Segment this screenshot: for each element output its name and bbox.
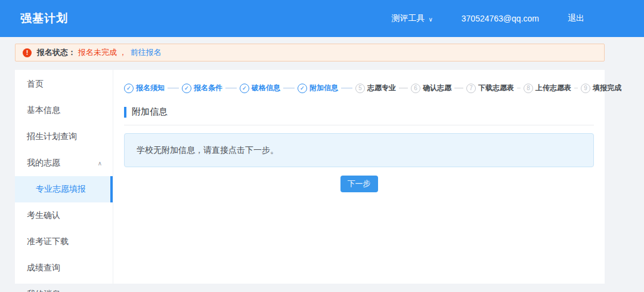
alert-label: 报名状态：	[37, 47, 76, 58]
sidebar-item-my-preferences[interactable]: 我的志愿 ∧	[15, 150, 113, 176]
step-filling-complete: 9 填报完成	[581, 83, 621, 93]
step-connector	[283, 88, 295, 88]
step-connector	[225, 88, 237, 88]
sidebar-item-enrollment-plan[interactable]: 招生计划查询	[15, 124, 113, 150]
section-title: 附加信息	[132, 106, 168, 118]
sidebar: 首页 基本信息 招生计划查询 我的志愿 ∧ 专业志愿填报 考生确认 准考证下载 …	[15, 70, 113, 284]
step-number: 8	[524, 84, 533, 93]
step-exception-info: ✓ 破格信息	[240, 83, 280, 93]
check-icon: ✓	[298, 84, 307, 93]
step-label: 报名须知	[136, 83, 165, 93]
alert-status-text: 报名未完成 ，	[78, 47, 127, 58]
sidebar-item-label: 准考证下载	[27, 236, 69, 247]
step-preference-major: 5 志愿专业	[355, 83, 396, 93]
check-icon: ✓	[124, 84, 134, 93]
step-label: 报名条件	[194, 83, 222, 93]
step-additional-info: ✓ 附加信息	[298, 83, 338, 93]
sidebar-item-label: 成绩查询	[27, 263, 60, 273]
step-label: 上传志愿表	[535, 83, 571, 93]
sidebar-item-label: 招生计划查询	[27, 131, 77, 142]
progress-stepper: ✓ 报名须知 ✓ 报名条件 ✓ 破格信息 ✓ 附加信息 5 志愿专业	[124, 83, 594, 93]
notice-box: 学校无附加信息，请直接点击下一步。	[124, 133, 594, 167]
step-number: 7	[466, 84, 476, 93]
check-icon: ✓	[240, 84, 249, 93]
logout-button[interactable]: 退出	[568, 13, 584, 24]
section-header: 附加信息	[124, 106, 594, 118]
step-connector	[517, 88, 521, 88]
sidebar-item-label: 基本信息	[27, 105, 60, 116]
step-confirm-preference: 6 确认志愿	[411, 83, 451, 93]
step-label: 填报完成	[593, 83, 621, 93]
go-register-link[interactable]: 前往报名	[131, 47, 162, 58]
app-title: 强基计划	[20, 11, 68, 26]
sidebar-item-label: 首页	[27, 79, 44, 90]
main-panel: ✓ 报名须知 ✓ 报名条件 ✓ 破格信息 ✓ 附加信息 5 志愿专业	[113, 70, 605, 284]
step-label: 下载志愿表	[478, 83, 514, 93]
check-icon: ✓	[182, 84, 191, 93]
sidebar-item-score-query[interactable]: 成绩查询	[15, 255, 113, 281]
step-number: 6	[411, 84, 420, 93]
step-download-preference-form: 7 下载志愿表	[466, 83, 514, 93]
chevron-up-icon: ∧	[98, 160, 102, 167]
step-registration-notice: ✓ 报名须知	[124, 83, 165, 93]
step-connector	[341, 88, 352, 88]
step-registration-conditions: ✓ 报名条件	[182, 83, 222, 93]
sidebar-item-label: 专业志愿填报	[36, 184, 86, 195]
sidebar-item-basic-info[interactable]: 基本信息	[15, 97, 113, 124]
sidebar-item-my-messages[interactable]: 我的消息	[15, 281, 113, 292]
notice-text: 学校无附加信息，请直接点击下一步。	[137, 145, 278, 156]
sidebar-item-label: 我的消息	[27, 289, 60, 292]
step-label: 志愿专业	[367, 83, 396, 93]
step-label: 附加信息	[309, 83, 338, 93]
sidebar-item-home[interactable]: 首页	[15, 71, 113, 97]
sidebar-item-major-preference-filling[interactable]: 专业志愿填报	[15, 176, 113, 202]
sidebar-item-admission-ticket[interactable]: 准考证下载	[15, 229, 113, 255]
sidebar-item-candidate-confirm[interactable]: 考生确认	[15, 202, 113, 229]
step-number: 9	[581, 84, 590, 93]
step-connector	[454, 88, 463, 88]
step-upload-preference-form: 8 上传志愿表	[524, 83, 571, 93]
sidebar-item-label: 考生确认	[27, 210, 60, 221]
tool-menu-dropdown[interactable]: 测评工具 ∨	[391, 13, 432, 24]
status-alert: ! 报名状态： 报名未完成 ， 前往报名	[15, 44, 605, 62]
step-label: 破格信息	[252, 83, 280, 93]
section-divider	[124, 125, 594, 125]
alert-exclamation-icon: !	[23, 48, 32, 57]
app-header: 强基计划 测评工具 ∨ 370524763@qq.com 退出	[0, 0, 644, 37]
next-step-button[interactable]: 下一步	[340, 176, 378, 192]
title-accent-bar	[124, 107, 126, 118]
step-number: 5	[355, 84, 365, 93]
sidebar-item-label: 我的志愿	[27, 158, 60, 168]
step-connector	[168, 88, 179, 88]
step-label: 确认志愿	[423, 83, 451, 93]
step-connector	[574, 88, 578, 88]
user-email: 370524763@qq.com	[462, 14, 539, 23]
tool-menu-label: 测评工具	[391, 13, 425, 24]
chevron-down-icon: ∨	[428, 16, 432, 23]
step-connector	[399, 88, 408, 88]
